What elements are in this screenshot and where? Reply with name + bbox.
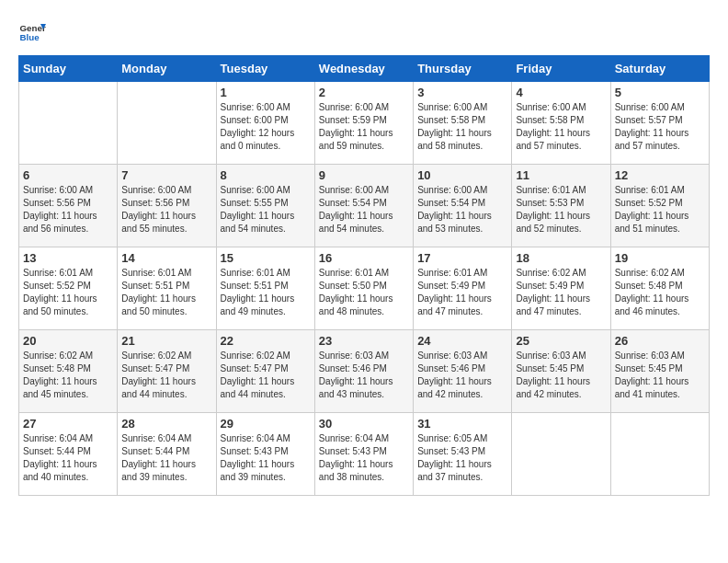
day-info: Sunrise: 6:03 AM Sunset: 5:45 PM Dayligh… (615, 350, 705, 401)
day-info: Sunrise: 6:04 AM Sunset: 5:44 PM Dayligh… (121, 432, 211, 484)
day-number: 7 (121, 168, 211, 182)
day-cell: 31Sunrise: 6:05 AM Sunset: 5:43 PM Dayli… (414, 413, 512, 496)
day-number: 10 (417, 168, 507, 182)
day-number: 3 (417, 86, 507, 99)
day-number: 16 (319, 251, 409, 265)
day-cell: 19Sunrise: 6:02 AM Sunset: 5:48 PM Dayli… (610, 247, 709, 330)
day-info: Sunrise: 6:00 AM Sunset: 5:56 PM Dayligh… (23, 184, 113, 236)
day-cell (118, 82, 216, 165)
day-info: Sunrise: 6:00 AM Sunset: 5:57 PM Dayligh… (615, 101, 705, 153)
day-info: Sunrise: 6:00 AM Sunset: 5:58 PM Dayligh… (516, 101, 606, 153)
day-info: Sunrise: 6:03 AM Sunset: 5:46 PM Dayligh… (319, 350, 409, 401)
day-number: 27 (23, 417, 113, 431)
day-number: 11 (516, 168, 606, 182)
day-cell: 11Sunrise: 6:01 AM Sunset: 5:53 PM Dayli… (512, 165, 610, 247)
day-info: Sunrise: 6:02 AM Sunset: 5:47 PM Dayligh… (221, 350, 311, 401)
day-info: Sunrise: 6:02 AM Sunset: 5:47 PM Dayligh… (121, 350, 211, 401)
day-info: Sunrise: 6:00 AM Sunset: 5:59 PM Dayligh… (319, 101, 409, 153)
day-info: Sunrise: 6:03 AM Sunset: 5:45 PM Dayligh… (516, 350, 606, 401)
day-cell: 3Sunrise: 6:00 AM Sunset: 5:58 PM Daylig… (414, 82, 512, 165)
day-number: 24 (417, 334, 507, 348)
col-header-sunday: Sunday (19, 56, 118, 82)
logo-icon: General Blue (18, 18, 46, 46)
week-row-3: 13Sunrise: 6:01 AM Sunset: 5:52 PM Dayli… (19, 247, 710, 330)
day-number: 20 (23, 334, 113, 348)
day-info: Sunrise: 6:03 AM Sunset: 5:46 PM Dayligh… (417, 350, 507, 401)
day-info: Sunrise: 6:01 AM Sunset: 5:52 PM Dayligh… (615, 184, 705, 236)
svg-text:Blue: Blue (20, 32, 40, 42)
calendar-table: SundayMondayTuesdayWednesdayThursdayFrid… (18, 55, 710, 496)
day-number: 6 (23, 168, 113, 182)
day-number: 26 (615, 334, 705, 348)
day-number: 22 (221, 334, 311, 348)
day-info: Sunrise: 6:00 AM Sunset: 5:55 PM Dayligh… (221, 184, 311, 236)
day-number: 15 (221, 251, 311, 265)
day-number: 31 (417, 417, 507, 431)
logo: General Blue (18, 18, 46, 46)
day-number: 4 (516, 86, 606, 99)
day-info: Sunrise: 6:01 AM Sunset: 5:51 PM Dayligh… (221, 267, 311, 318)
week-row-5: 27Sunrise: 6:04 AM Sunset: 5:44 PM Dayli… (19, 413, 710, 496)
day-number: 23 (319, 334, 409, 348)
day-cell: 30Sunrise: 6:04 AM Sunset: 5:43 PM Dayli… (314, 413, 413, 496)
day-number: 12 (615, 168, 705, 182)
day-info: Sunrise: 6:01 AM Sunset: 5:52 PM Dayligh… (23, 267, 113, 318)
header: General Blue (18, 18, 710, 46)
day-number: 28 (121, 417, 211, 431)
day-cell: 5Sunrise: 6:00 AM Sunset: 5:57 PM Daylig… (610, 82, 709, 165)
day-info: Sunrise: 6:00 AM Sunset: 5:54 PM Dayligh… (417, 184, 507, 236)
day-number: 18 (516, 251, 606, 265)
day-info: Sunrise: 6:00 AM Sunset: 5:54 PM Dayligh… (319, 184, 409, 236)
day-number: 19 (615, 251, 705, 265)
day-cell: 9Sunrise: 6:00 AM Sunset: 5:54 PM Daylig… (314, 165, 413, 247)
day-info: Sunrise: 6:04 AM Sunset: 5:43 PM Dayligh… (319, 432, 409, 484)
day-number: 30 (319, 417, 409, 431)
header-row: SundayMondayTuesdayWednesdayThursdayFrid… (19, 56, 710, 82)
day-cell: 29Sunrise: 6:04 AM Sunset: 5:43 PM Dayli… (216, 413, 314, 496)
day-cell: 20Sunrise: 6:02 AM Sunset: 5:48 PM Dayli… (19, 330, 118, 413)
day-info: Sunrise: 6:02 AM Sunset: 5:48 PM Dayligh… (23, 350, 113, 401)
day-number: 2 (319, 86, 409, 99)
day-cell (512, 413, 610, 496)
day-info: Sunrise: 6:00 AM Sunset: 6:00 PM Dayligh… (221, 101, 311, 153)
day-cell (610, 413, 709, 496)
day-info: Sunrise: 6:04 AM Sunset: 5:43 PM Dayligh… (221, 432, 311, 484)
day-info: Sunrise: 6:01 AM Sunset: 5:49 PM Dayligh… (417, 267, 507, 318)
day-number: 8 (221, 168, 311, 182)
day-cell: 28Sunrise: 6:04 AM Sunset: 5:44 PM Dayli… (118, 413, 216, 496)
col-header-tuesday: Tuesday (216, 56, 314, 82)
day-cell: 15Sunrise: 6:01 AM Sunset: 5:51 PM Dayli… (216, 247, 314, 330)
day-info: Sunrise: 6:05 AM Sunset: 5:43 PM Dayligh… (417, 432, 507, 484)
day-info: Sunrise: 6:01 AM Sunset: 5:53 PM Dayligh… (516, 184, 606, 236)
day-cell (19, 82, 118, 165)
day-cell: 2Sunrise: 6:00 AM Sunset: 5:59 PM Daylig… (314, 82, 413, 165)
day-cell: 23Sunrise: 6:03 AM Sunset: 5:46 PM Dayli… (314, 330, 413, 413)
day-info: Sunrise: 6:02 AM Sunset: 5:49 PM Dayligh… (516, 267, 606, 318)
day-cell: 16Sunrise: 6:01 AM Sunset: 5:50 PM Dayli… (314, 247, 413, 330)
day-number: 5 (615, 86, 705, 99)
col-header-thursday: Thursday (414, 56, 512, 82)
day-cell: 12Sunrise: 6:01 AM Sunset: 5:52 PM Dayli… (610, 165, 709, 247)
col-header-wednesday: Wednesday (314, 56, 413, 82)
day-cell: 17Sunrise: 6:01 AM Sunset: 5:49 PM Dayli… (414, 247, 512, 330)
week-row-2: 6Sunrise: 6:00 AM Sunset: 5:56 PM Daylig… (19, 165, 710, 247)
day-cell: 6Sunrise: 6:00 AM Sunset: 5:56 PM Daylig… (19, 165, 118, 247)
day-cell: 25Sunrise: 6:03 AM Sunset: 5:45 PM Dayli… (512, 330, 610, 413)
day-info: Sunrise: 6:02 AM Sunset: 5:48 PM Dayligh… (615, 267, 705, 318)
col-header-friday: Friday (512, 56, 610, 82)
day-number: 14 (121, 251, 211, 265)
day-cell: 8Sunrise: 6:00 AM Sunset: 5:55 PM Daylig… (216, 165, 314, 247)
day-cell: 7Sunrise: 6:00 AM Sunset: 5:56 PM Daylig… (118, 165, 216, 247)
day-cell: 4Sunrise: 6:00 AM Sunset: 5:58 PM Daylig… (512, 82, 610, 165)
day-cell: 18Sunrise: 6:02 AM Sunset: 5:49 PM Dayli… (512, 247, 610, 330)
day-info: Sunrise: 6:00 AM Sunset: 5:58 PM Dayligh… (417, 101, 507, 153)
day-number: 29 (221, 417, 311, 431)
day-cell: 27Sunrise: 6:04 AM Sunset: 5:44 PM Dayli… (19, 413, 118, 496)
day-cell: 22Sunrise: 6:02 AM Sunset: 5:47 PM Dayli… (216, 330, 314, 413)
day-number: 13 (23, 251, 113, 265)
day-info: Sunrise: 6:00 AM Sunset: 5:56 PM Dayligh… (121, 184, 211, 236)
day-info: Sunrise: 6:04 AM Sunset: 5:44 PM Dayligh… (23, 432, 113, 484)
week-row-1: 1Sunrise: 6:00 AM Sunset: 6:00 PM Daylig… (19, 82, 710, 165)
day-number: 25 (516, 334, 606, 348)
day-cell: 26Sunrise: 6:03 AM Sunset: 5:45 PM Dayli… (610, 330, 709, 413)
